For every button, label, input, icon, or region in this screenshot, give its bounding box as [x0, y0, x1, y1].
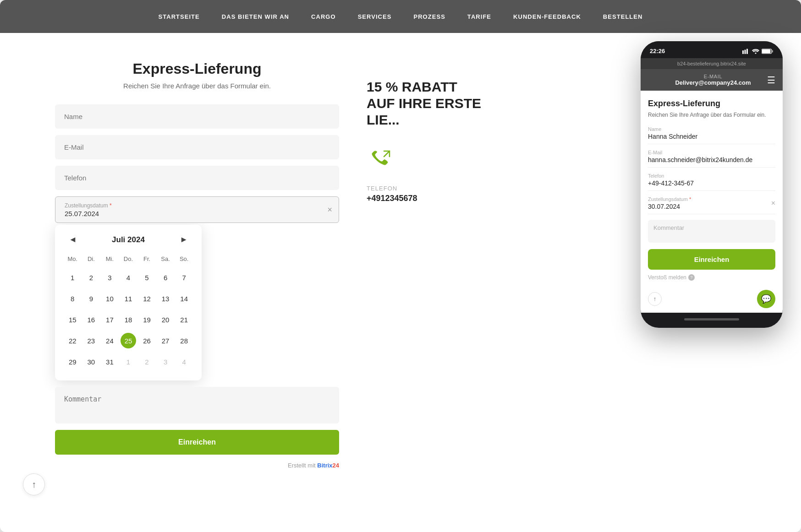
calendar-day-5[interactable]: 5	[137, 267, 156, 288]
mobile-report-info-icon: ?	[688, 274, 695, 281]
date-clear-button[interactable]: ×	[327, 205, 332, 215]
calendar-day-3[interactable]: 3	[100, 267, 119, 288]
mobile-name-value: Hanna Schneider	[648, 133, 775, 140]
calendar-day-13[interactable]: 13	[156, 288, 175, 309]
calendar-day-12[interactable]: 12	[137, 288, 156, 309]
weekday-sa: Sa.	[156, 254, 175, 267]
calendar-popup: ◄ Juli 2024 ► Mo. Di. Mi. Do.	[55, 225, 202, 380]
calendar-day-15[interactable]: 15	[63, 309, 82, 330]
calendar-month-year: Juli 2024	[112, 235, 145, 244]
calendar-day-28[interactable]: 28	[175, 330, 193, 351]
mobile-phone-value: +49-412-345-67	[648, 179, 775, 187]
calendar-day-23[interactable]: 23	[82, 330, 101, 351]
calendar-day-30[interactable]: 30	[82, 351, 101, 372]
calendar-day-17[interactable]: 17	[100, 309, 119, 330]
weekday-mo: Mo.	[63, 254, 82, 267]
mobile-date-field: Zustellungsdatum * 30.07.2024 ×	[648, 196, 775, 214]
calendar-day-4[interactable]: 4	[119, 267, 138, 288]
calendar-day-11[interactable]: 11	[119, 288, 138, 309]
calendar-day-1[interactable]: 1	[119, 351, 138, 372]
phone-icon	[367, 147, 394, 174]
mobile-report-link[interactable]: Verstoß melden ?	[648, 274, 775, 281]
calendar-day-22[interactable]: 22	[63, 330, 82, 351]
nav-item-tarife[interactable]: TARIFE	[467, 13, 491, 20]
calendar-day-1[interactable]: 1	[63, 267, 82, 288]
weekday-mi: Mi.	[100, 254, 119, 267]
nav-item-das-bieten-wir-an[interactable]: DAS BIETEN WIR AN	[222, 13, 289, 20]
svg-rect-1	[745, 49, 746, 54]
contact-label: TELEFON	[367, 185, 397, 192]
scroll-top-button[interactable]: ↑	[23, 473, 45, 495]
mobile-email-field-label: E-Mail	[648, 150, 775, 155]
required-marker: *	[110, 202, 112, 209]
calendar-day-9[interactable]: 9	[82, 288, 101, 309]
weekday-fr: Fr.	[137, 254, 156, 267]
nav-item-services[interactable]: SERVICES	[358, 13, 392, 20]
calendar-day-29[interactable]: 29	[63, 351, 82, 372]
form-section: Express-Lieferung Reichen Sie Ihre Anfra…	[55, 60, 339, 469]
calendar-day-27[interactable]: 27	[156, 330, 175, 351]
mobile-submit-button[interactable]: Einreichen	[648, 249, 775, 270]
calendar-day-2[interactable]: 2	[82, 267, 101, 288]
calendar-day-16[interactable]: 16	[82, 309, 101, 330]
mobile-date-clear-button[interactable]: ×	[771, 199, 775, 207]
calendar-next-button[interactable]: ►	[176, 233, 192, 246]
calendar-day-2[interactable]: 2	[137, 351, 156, 372]
mobile-date-info: Zustellungsdatum * 30.07.2024	[648, 196, 691, 210]
mobile-nav-center: E-MAIL Delivery@company24.com	[659, 74, 767, 86]
nav-items: STARTSEITE DAS BIETEN WIR AN CARGO SERVI…	[158, 13, 642, 20]
calendar-day-21[interactable]: 21	[175, 309, 193, 330]
mobile-mockup: 22:26 b24-bestelieferung.bitrix24.site E…	[641, 41, 783, 328]
mobile-date-value: 30.07.2024	[648, 203, 691, 210]
calendar-day-25[interactable]: 25	[119, 330, 138, 351]
calendar-day-8[interactable]: 8	[63, 288, 82, 309]
calendar-day-3[interactable]: 3	[156, 351, 175, 372]
calendar-prev-button[interactable]: ◄	[65, 233, 81, 246]
date-field-wrapper: Zustellungsdatum * 25.07.2024 × ◄ Juli 2…	[55, 196, 339, 380]
status-bar: 22:26	[641, 41, 783, 58]
calendar-day-26[interactable]: 26	[137, 330, 156, 351]
email-input[interactable]	[55, 135, 339, 159]
nav-item-kunden-feedback[interactable]: KUNDEN-FEEDBACK	[513, 13, 581, 20]
mobile-email-field: E-Mail hanna.schneider@bitrix24kunden.de	[648, 150, 775, 168]
info-section: 15 % RABATT AUF IHRE ERSTE LIE... TELEFO…	[367, 60, 504, 203]
nav-item-bestellen[interactable]: BESTELLEN	[603, 13, 643, 20]
mobile-name-label: Name	[648, 126, 775, 132]
calendar-day-18[interactable]: 18	[119, 309, 138, 330]
phone-input[interactable]	[55, 166, 339, 190]
contact-value: +4912345678	[367, 194, 417, 203]
date-field-container[interactable]: Zustellungsdatum * 25.07.2024 ×	[55, 196, 339, 223]
mobile-chat-button[interactable]: 💬	[757, 290, 775, 308]
mobile-form: Express-Lieferung Reichen Sie Ihre Anfra…	[641, 91, 783, 285]
calendar-day-19[interactable]: 19	[137, 309, 156, 330]
home-indicator	[684, 318, 739, 320]
calendar-day-14[interactable]: 14	[175, 288, 193, 309]
nav-item-prozess[interactable]: PROZESS	[413, 13, 445, 20]
date-field-value: 25.07.2024	[65, 210, 99, 217]
mobile-form-subtitle: Reichen Sie Ihre Anfrage über das Formul…	[648, 111, 775, 119]
calendar-day-6[interactable]: 6	[156, 267, 175, 288]
svg-rect-2	[746, 49, 748, 54]
browser-window: STARTSEITE DAS BIETEN WIR AN CARGO SERVI…	[0, 0, 801, 532]
mobile-name-field: Name Hanna Schneider	[648, 126, 775, 144]
mobile-comment-field[interactable]: Kommentar	[648, 220, 775, 243]
name-input[interactable]	[55, 104, 339, 129]
mobile-email-field-value: hanna.schneider@bitrix24kunden.de	[648, 156, 775, 163]
mobile-date-label: Zustellungsdatum *	[648, 196, 691, 202]
calendar-day-31[interactable]: 31	[100, 351, 119, 372]
weekday-di: Di.	[82, 254, 101, 267]
svg-rect-5	[772, 50, 773, 52]
comment-textarea[interactable]	[55, 387, 339, 423]
calendar-day-10[interactable]: 10	[100, 288, 119, 309]
submit-button[interactable]: Einreichen	[55, 430, 339, 455]
calendar-day-4[interactable]: 4	[175, 351, 193, 372]
calendar-day-24[interactable]: 24	[100, 330, 119, 351]
hamburger-icon[interactable]: ☰	[767, 75, 775, 86]
status-time: 22:26	[650, 48, 665, 54]
mobile-url-bar: b24-bestelieferung.bitrix24.site	[641, 58, 783, 69]
calendar-day-20[interactable]: 20	[156, 309, 175, 330]
nav-item-cargo[interactable]: CARGO	[311, 13, 336, 20]
promo-text: 15 % RABATT AUF IHRE ERSTE LIE...	[367, 79, 504, 128]
nav-item-startseite[interactable]: STARTSEITE	[158, 13, 199, 20]
calendar-day-7[interactable]: 7	[175, 267, 193, 288]
